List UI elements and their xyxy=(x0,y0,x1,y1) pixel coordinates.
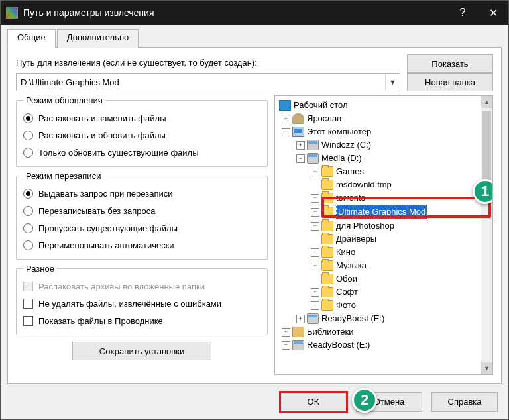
group-misc: Разное Распаковать архивы во вложенные п… xyxy=(16,264,268,335)
group-update-mode-legend: Режим обновления xyxy=(23,95,105,105)
radio-icon xyxy=(23,189,33,199)
drive-icon xyxy=(307,140,319,150)
tree-node-folder[interactable]: msdownld.tmp xyxy=(276,178,491,191)
dialog-footer: OK Отмена Справка 2 xyxy=(1,384,508,419)
chevron-down-icon[interactable]: ▼ xyxy=(385,74,400,91)
check-extract-subfolder: Распаковать архивы во вложенные папки xyxy=(23,278,260,295)
tree-node-folder[interactable]: +Кино xyxy=(276,246,491,259)
tree-node-drive-d[interactable]: −Media (D:) xyxy=(276,152,491,165)
callout-badge-2: 2 xyxy=(352,388,377,413)
dialog-window: Путь и параметры извлечения ? ✕ Общие До… xyxy=(0,0,509,420)
folder-icon xyxy=(321,260,333,271)
radio-icon xyxy=(23,113,33,123)
tree-node-folder[interactable]: +Фото xyxy=(276,299,491,312)
help-footer-button[interactable]: Справка xyxy=(431,392,498,412)
folder-tree[interactable]: Рабочий стол +Ярослав −Этот компьютер +W… xyxy=(275,96,492,374)
checkbox-icon xyxy=(23,282,33,291)
checkbox-icon xyxy=(23,299,33,309)
tab-advanced[interactable]: Дополнительно xyxy=(57,29,139,48)
radio-rename[interactable]: Переименовывать автоматически xyxy=(23,236,260,254)
expand-icon[interactable]: + xyxy=(311,222,319,231)
expand-icon[interactable]: + xyxy=(311,208,319,217)
tree-node-folder[interactable]: Драйверы xyxy=(276,233,491,246)
radio-icon xyxy=(23,148,33,158)
tree-scrollbar[interactable]: ▲ ▼ xyxy=(481,96,492,374)
window-title: Путь и параметры извлечения xyxy=(23,7,447,18)
expand-icon[interactable]: + xyxy=(296,315,305,323)
radio-icon xyxy=(23,131,33,140)
titlebar[interactable]: Путь и параметры извлечения ? ✕ xyxy=(1,1,508,25)
group-overwrite-mode: Режим перезаписи Выдавать запрос при пер… xyxy=(16,171,268,260)
expand-icon[interactable]: + xyxy=(311,194,319,203)
folder-icon xyxy=(321,166,333,177)
callout-highlight-1 xyxy=(321,197,491,218)
radio-update-only[interactable]: Только обновить существующие файлы xyxy=(23,144,260,161)
radio-skip[interactable]: Пропускать существующие файлы xyxy=(23,219,260,236)
libraries-icon xyxy=(292,327,304,337)
folder-icon xyxy=(321,180,333,190)
radio-icon xyxy=(23,240,33,250)
check-show-in-explorer[interactable]: Показать файлы в Проводнике xyxy=(23,312,260,329)
user-icon xyxy=(292,113,304,124)
folder-icon xyxy=(321,274,333,284)
expand-icon[interactable]: + xyxy=(311,262,319,270)
checkbox-icon xyxy=(23,316,33,326)
expand-icon[interactable]: + xyxy=(311,248,319,257)
tree-node-desktop[interactable]: Рабочий стол xyxy=(276,99,491,112)
expand-icon[interactable]: + xyxy=(282,341,290,350)
left-options: Режим обновления Распаковать и заменить … xyxy=(16,95,268,375)
expand-icon[interactable]: + xyxy=(282,115,290,123)
expand-icon[interactable]: + xyxy=(311,288,319,297)
tree-node-thispc[interactable]: −Этот компьютер xyxy=(276,125,491,138)
radio-icon xyxy=(23,223,33,233)
expand-icon[interactable]: + xyxy=(311,168,319,176)
path-label: Путь для извлечения (если не существует,… xyxy=(16,58,400,68)
winrar-icon xyxy=(6,7,18,19)
tree-node-drive-c[interactable]: +Windozz (C:) xyxy=(276,138,491,152)
expand-icon[interactable]: + xyxy=(311,301,319,310)
tree-node-folder[interactable]: +для Photoshop xyxy=(276,219,491,233)
tree-node-user[interactable]: +Ярослав xyxy=(276,112,491,125)
tree-node-folder[interactable]: +Games xyxy=(276,165,491,178)
radio-overwrite[interactable]: Перезаписывать без запроса xyxy=(23,202,260,219)
drive-icon xyxy=(307,313,319,324)
check-keep-broken[interactable]: Не удалять файлы, извлечённые с ошибками xyxy=(23,295,260,312)
close-button[interactable]: ✕ xyxy=(478,1,508,25)
tree-node-drive-e2[interactable]: +ReadyBoost (E:) xyxy=(276,339,491,352)
collapse-icon[interactable]: − xyxy=(296,154,305,163)
radio-extract-replace[interactable]: Распаковать и заменить файлы xyxy=(23,109,260,127)
radio-icon xyxy=(23,206,33,216)
tree-node-drive-e[interactable]: +ReadyBoost (E:) xyxy=(276,312,491,325)
folder-tree-panel: Рабочий стол +Ярослав −Этот компьютер +W… xyxy=(274,95,493,375)
expand-icon[interactable]: + xyxy=(296,141,305,150)
drive-icon xyxy=(307,153,319,164)
scroll-down-icon[interactable]: ▼ xyxy=(481,362,492,374)
scroll-up-icon[interactable]: ▲ xyxy=(481,96,492,108)
collapse-icon[interactable]: − xyxy=(282,128,290,136)
tree-node-libraries[interactable]: +Библиотеки xyxy=(276,325,491,339)
tree-node-folder[interactable]: +Музыка xyxy=(276,259,491,272)
callout-badge-1: 1 xyxy=(473,179,493,204)
tab-general[interactable]: Общие xyxy=(7,29,56,48)
help-button[interactable]: ? xyxy=(447,1,478,25)
group-overwrite-mode-legend: Режим перезаписи xyxy=(23,171,103,181)
tab-strip: Общие Дополнительно xyxy=(7,29,502,48)
computer-icon xyxy=(292,127,304,137)
path-input[interactable] xyxy=(17,78,385,87)
path-combobox[interactable]: ▼ xyxy=(16,73,400,91)
expand-icon[interactable]: + xyxy=(282,328,290,337)
folder-icon xyxy=(321,221,333,231)
save-settings-button[interactable]: Сохранить установки xyxy=(72,342,211,360)
radio-extract-update[interactable]: Распаковать и обновить файлы xyxy=(23,127,260,144)
scroll-thumb[interactable] xyxy=(482,111,491,190)
tree-node-folder[interactable]: Обои xyxy=(276,272,491,286)
client-area: Общие Дополнительно Путь для извлечения … xyxy=(1,25,508,384)
folder-icon xyxy=(321,234,333,244)
ok-button[interactable]: OK xyxy=(280,392,347,412)
group-misc-legend: Разное xyxy=(23,264,57,274)
new-folder-button[interactable]: Новая папка xyxy=(407,73,493,91)
tree-node-folder[interactable]: +Софт xyxy=(276,286,491,299)
show-button[interactable]: Показать xyxy=(407,54,493,73)
drive-icon xyxy=(292,340,304,350)
radio-ask[interactable]: Выдавать запрос при перезаписи xyxy=(23,185,260,202)
